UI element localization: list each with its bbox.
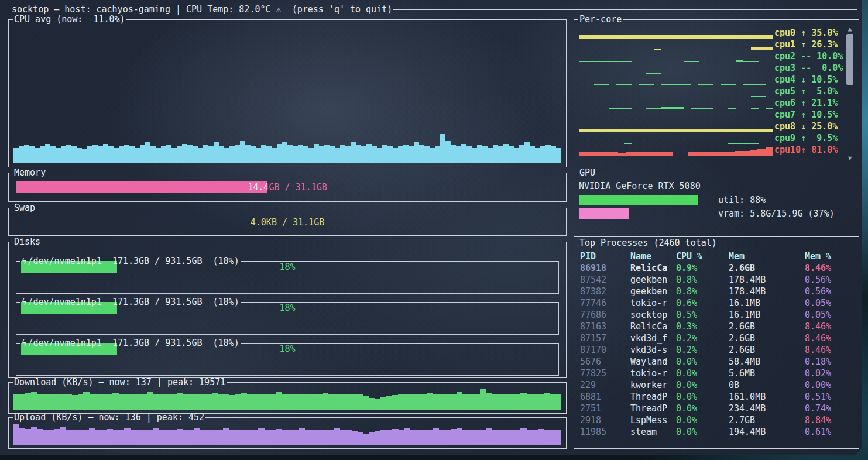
- core-row: cpu9 ↑ 9.5%: [579, 132, 840, 144]
- process-row[interactable]: 6881 ThreadP 0.0% 161.0MB 0.51%: [580, 391, 852, 403]
- process-row[interactable]: 77825 tokio-r 0.0% 5.6MB 0.02%: [580, 368, 852, 379]
- process-table: PID Name CPU % Mem Mem % 86918 RelicCa 0…: [574, 243, 859, 438]
- process-row[interactable]: 5676 Wayland 0.0% 58.4MB 0.18%: [580, 356, 852, 368]
- core-row: cpu1 ↑ 26.3%: [579, 39, 840, 50]
- process-name: vkd3d-s: [630, 345, 676, 355]
- core-sparkline: [579, 50, 773, 62]
- process-row[interactable]: 229 kworker 0.0% 0B 0.00%: [580, 379, 852, 391]
- process-name: RelicCa: [630, 263, 676, 273]
- scroll-up-icon[interactable]: ▲: [848, 25, 852, 33]
- process-pid: 87542: [580, 274, 630, 285]
- process-mem: 0B: [729, 380, 805, 390]
- scrollbar-thumb[interactable]: [846, 34, 853, 85]
- disk-entry: ϟ /dev/nvme1n1p1 171.3GB / 931.5GB (18%)…: [16, 343, 559, 376]
- process-row[interactable]: 2918 LspMess 0.0% 2.7GB 8.84%: [580, 414, 852, 426]
- scrollbar-track[interactable]: [845, 33, 855, 155]
- process-mem-percent: 0.18%: [805, 356, 852, 367]
- lightning-icon: ϟ: [20, 297, 26, 307]
- core-sparkline: [579, 121, 773, 132]
- process-row[interactable]: 77686 socktop 0.5% 16.1MB 0.05%: [580, 309, 852, 321]
- gpu-util-bar: [579, 195, 698, 205]
- gpu-util-label: util: 88%: [718, 195, 766, 205]
- core-label: cpu0 ↑ 35.0%: [774, 27, 840, 39]
- terminal-window: socktop — host: cachyos-gaming | CPU Tem…: [0, 0, 862, 455]
- lightning-icon: ϟ: [20, 256, 26, 266]
- process-row[interactable]: 11985 steam 0.0% 194.4MB 0.61%: [580, 426, 852, 438]
- memory-panel: Memory 14.4GB / 31.1GB 14.4GB / 31.1GB: [8, 173, 567, 202]
- process-mem: 2.6GB: [729, 345, 805, 355]
- gpu-panel: GPU NVIDIA GeForce RTX 5080 util: 88% vr…: [574, 173, 859, 237]
- process-cpu-percent: 0.0%: [676, 380, 729, 390]
- process-row[interactable]: 87542 geekben 0.8% 178.4MB 0.56%: [580, 274, 852, 286]
- process-mem-percent: 8.46%: [805, 321, 852, 332]
- process-pid: 5676: [580, 356, 630, 367]
- process-row[interactable]: 86918 RelicCa 0.9% 2.6GB 8.46%: [580, 262, 852, 274]
- process-pid: 77746: [580, 298, 630, 308]
- core-row: cpu4 ↓ 10.5%: [579, 74, 840, 85]
- core-sparkline: [579, 109, 773, 121]
- upload-panel: Upload (KB/s) — now: 136 | peak: 452: [8, 417, 567, 449]
- core-sparkline: [579, 74, 773, 85]
- process-pid: 77825: [580, 368, 630, 379]
- process-cpu-percent: 0.6%: [676, 298, 729, 308]
- process-mem-percent: 0.61%: [805, 427, 852, 437]
- processes-title: Top Processes (2460 total): [578, 238, 718, 248]
- process-mem-percent: 8.46%: [805, 345, 852, 355]
- core-sparkline: [579, 132, 773, 144]
- process-pid: 229: [580, 380, 630, 390]
- core-sparkline: [579, 39, 773, 50]
- process-cpu-percent: 0.2%: [676, 345, 729, 355]
- process-pid: 2918: [580, 415, 630, 425]
- process-name: tokio-r: [630, 298, 676, 308]
- process-cpu-percent: 0.5%: [676, 310, 729, 320]
- gpu-vram-row: vram: 5.8G/15.9G (37%): [579, 208, 854, 219]
- core-label: cpu4 ↓ 10.5%: [774, 74, 840, 85]
- window-title: socktop — host: cachyos-gaming | CPU Tem…: [12, 4, 392, 15]
- col-name: Name: [630, 251, 676, 262]
- disk-entry: ϟ /dev/nvme1n1p1 171.3GB / 931.5GB (18%)…: [16, 302, 559, 335]
- core-row: cpu2 -- 10.0%: [579, 50, 840, 62]
- process-name: Wayland: [630, 356, 676, 367]
- col-pid: PID: [580, 251, 630, 262]
- core-label: cpu10↑ 81.0%: [774, 144, 840, 156]
- core-row: cpu5 ↑ 5.0%: [579, 85, 840, 97]
- process-cpu-percent: 0.0%: [676, 415, 729, 425]
- disk-entry-title: /dev/nvme1n1p1 171.3GB / 931.5GB (18%): [26, 256, 240, 266]
- process-mem: 2.6GB: [729, 333, 805, 344]
- core-sparkline: [579, 62, 773, 74]
- process-row[interactable]: 87157 vkd3d_f 0.2% 2.6GB 8.46%: [580, 332, 852, 344]
- process-mem: 2.7GB: [729, 415, 805, 425]
- per-core-panel: Per-core cpu0 ↑ 35.0% cpu1 ↑ 26.3% cpu2 …: [574, 19, 859, 167]
- process-row[interactable]: 2751 ThreadP 0.0% 234.4MB 0.74%: [580, 403, 852, 414]
- gpu-vram-bar-area: [579, 208, 715, 219]
- process-row[interactable]: 87163 RelicCa 0.3% 2.6GB 8.46%: [580, 321, 852, 332]
- swap-panel: Swap 4.0KB / 31.1GB: [8, 208, 567, 236]
- process-row[interactable]: 87170 vkd3d-s 0.2% 2.6GB 8.46%: [580, 344, 852, 356]
- scroll-down-icon[interactable]: ▼: [848, 155, 852, 162]
- window-titlebar: socktop — host: cachyos-gaming | CPU Tem…: [12, 4, 857, 15]
- core-row: cpu3 -- 0.0%: [579, 62, 840, 74]
- process-name: kworker: [630, 380, 676, 390]
- gpu-name: NVIDIA GeForce RTX 5080: [579, 180, 854, 192]
- swap-title: Swap: [13, 202, 36, 213]
- process-mem: 161.0MB: [729, 392, 805, 402]
- process-name: geekben: [630, 274, 676, 285]
- process-name: ThreadP: [630, 392, 676, 402]
- disks-panel: Disks ϟ /dev/nvme1n1p1 171.3GB / 931.5GB…: [8, 242, 567, 378]
- gpu-title: GPU: [578, 167, 596, 178]
- core-scrollbar[interactable]: ▲ ▼: [845, 25, 855, 162]
- process-name: RelicCa: [630, 321, 676, 332]
- core-sparkline: [579, 97, 773, 109]
- swap-gauge: 4.0KB / 31.1GB: [16, 217, 559, 228]
- per-core-title: Per-core: [578, 14, 623, 25]
- process-row[interactable]: 87382 geekben 0.8% 178.4MB 0.56%: [580, 286, 852, 297]
- core-sparkline: [579, 85, 773, 97]
- process-name: tokio-r: [630, 368, 676, 379]
- process-row[interactable]: 77746 tokio-r 0.6% 16.1MB 0.05%: [580, 297, 852, 309]
- core-label: cpu3 -- 0.0%: [774, 62, 840, 74]
- titlebar-rule: [393, 9, 857, 10]
- process-cpu-percent: 0.0%: [676, 403, 729, 414]
- process-mem-percent: 0.05%: [805, 310, 852, 320]
- memory-gauge: 14.4GB / 31.1GB 14.4GB / 31.1GB: [16, 181, 559, 193]
- process-mem-percent: 8.46%: [805, 263, 852, 273]
